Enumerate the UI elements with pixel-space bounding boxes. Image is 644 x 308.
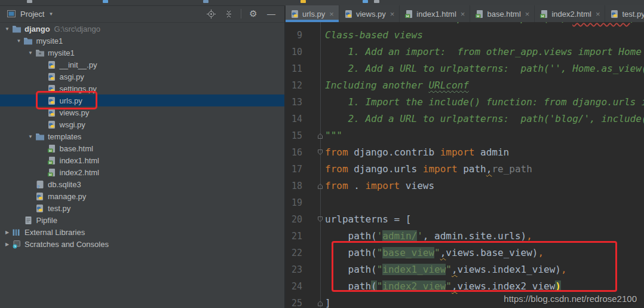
html-icon: H (47, 156, 57, 165)
tree-item-label: base.html (60, 144, 93, 153)
project-panel-title: Project (20, 10, 44, 19)
python-icon (35, 192, 45, 201)
gutter-fold-column (304, 261, 321, 278)
fold-marker-icon[interactable] (304, 178, 321, 194)
tree-item-index2-html[interactable]: Hindex2.html (0, 166, 284, 178)
gutter-fold-column (304, 44, 321, 60)
chevron-expanded-icon[interactable]: ▼ (26, 134, 35, 139)
tree-item-label: wsgi.py (60, 120, 85, 129)
fold-marker-icon[interactable] (304, 295, 321, 308)
code-text: from . import views (321, 178, 644, 194)
tree-item-external-libraries[interactable]: ▶External Libraries (0, 226, 284, 238)
line-number: 24 (286, 278, 304, 295)
tab-index1-html[interactable]: Hindex1.html× (400, 5, 470, 22)
hide-panel-icon[interactable]: — (265, 8, 277, 20)
python-icon (47, 120, 57, 129)
close-icon[interactable]: × (461, 10, 465, 18)
fold-marker-icon[interactable] (304, 127, 321, 144)
close-icon[interactable]: × (329, 10, 334, 18)
chevron-expanded-icon[interactable]: ▼ (3, 26, 11, 32)
line-number: 17 (286, 161, 304, 178)
toolbar-fragment-icon (203, 0, 208, 3)
chevron-expanded-icon[interactable]: ▼ (26, 50, 35, 56)
annotation-box-editor (332, 241, 617, 292)
tab-label: views.py (356, 10, 386, 19)
tab-label: base.html (487, 10, 520, 19)
tree-item-scratches-and-consoles[interactable]: ▶Scratches and Consoles (0, 238, 284, 250)
tree-item-wsgi-py[interactable]: wsgi.py (0, 118, 284, 130)
tree-item-label: mysite1 (48, 48, 75, 57)
settings-icon[interactable]: ⚙ (247, 8, 259, 20)
tree-item-index1-html[interactable]: Hindex1.html (0, 154, 284, 166)
fold-marker-icon[interactable] (304, 144, 321, 161)
python-icon (47, 60, 57, 69)
line-number: 21 (286, 228, 304, 245)
tree-item-init-py[interactable]: __init__.py (0, 59, 284, 71)
tree-item-templates[interactable]: ▼templates (0, 130, 284, 142)
line-number: 8 (286, 22, 304, 27)
line-number: 9 (286, 27, 304, 44)
tree-item-manage-py[interactable]: manage.py (0, 190, 284, 202)
line-number: 14 (286, 111, 304, 127)
line-number: 22 (286, 245, 304, 261)
svg-text:H: H (406, 14, 409, 18)
code-text: urlpatterns = [ (321, 211, 644, 228)
tree-item-mysite1[interactable]: ▼mysite1 (0, 47, 284, 59)
tree-item-mysite1[interactable]: ▼mysite1 (0, 35, 284, 47)
gutter-fold-column (304, 22, 321, 27)
close-icon[interactable]: × (390, 10, 395, 18)
code-line-9: 9Class-based views (286, 27, 644, 44)
code-line-18: 18from . import views (286, 178, 644, 194)
svg-text:H: H (49, 149, 51, 153)
collapse-all-icon[interactable] (223, 8, 235, 20)
gutter-fold-column (304, 194, 321, 211)
chevron-collapsed-icon[interactable]: ▶ (3, 242, 11, 247)
code-text: 1. Add an import: from other_app.views i… (321, 44, 644, 60)
close-icon[interactable]: × (525, 10, 530, 18)
tree-item-test-py[interactable]: test.py (0, 202, 284, 214)
tree-item-base-html[interactable]: Hbase.html (0, 142, 284, 154)
tree-item-asgi-py[interactable]: asgi.py (0, 71, 284, 83)
scratches-icon (11, 240, 22, 249)
folder-icon (11, 25, 22, 33)
svg-text:H: H (49, 161, 51, 164)
code-text (321, 194, 644, 211)
tab-views-py[interactable]: views.py× (339, 5, 400, 22)
project-tree[interactable]: ▼djangoG:\src\django▼mysite1▼mysite1__in… (0, 23, 284, 250)
tab-label: urls.py (302, 10, 325, 19)
tree-item-label: test.py (48, 204, 70, 213)
tab-base-html[interactable]: Hbase.html× (470, 5, 535, 22)
close-icon[interactable]: × (596, 10, 600, 18)
tree-item-db-sqlite3[interactable]: ?db.sqlite3 (0, 178, 284, 190)
gutter-fold-column (304, 161, 321, 178)
code-text: 2. Add a URL to urlpatterns: path('', vi… (321, 22, 644, 27)
folder-icon (35, 132, 45, 141)
code-line-15: 15""" (286, 127, 644, 144)
code-line-10: 10 1. Add an import: from other_app.view… (286, 44, 644, 60)
toolbar-fragment-icon (103, 0, 108, 3)
code-text: 2. Add a URL to urlpatterns: path('', Ho… (321, 60, 644, 77)
line-number: 20 (286, 211, 304, 228)
panel-editor-divider[interactable] (284, 5, 286, 308)
tab-urls-py[interactable]: urls.py× (286, 5, 339, 22)
html-icon: H (47, 144, 57, 153)
chevron-down-icon[interactable]: ▼ (48, 11, 53, 17)
folderpkg-icon (35, 48, 45, 57)
code-line-13: 13 1. Import the include() function: fro… (286, 94, 644, 111)
locate-icon[interactable] (205, 8, 217, 20)
chevron-collapsed-icon[interactable]: ▶ (3, 230, 11, 235)
pycharm-window: Project ▼ ⚙ — ▼djangoG:\src\django▼mysit… (0, 0, 644, 308)
gutter-fold-column (304, 245, 321, 261)
tree-item-django[interactable]: ▼djangoG:\src\django (0, 23, 284, 35)
tab-index2-html[interactable]: Hindex2.html× (535, 5, 605, 22)
code-text: 2. Add a URL to urlpatterns: path('blog/… (321, 111, 644, 127)
tree-item-pipfile[interactable]: Pipfile (0, 214, 284, 226)
html-icon: H (475, 10, 484, 19)
code-line-17: 17from django.urls import path,re_path (286, 161, 644, 178)
tab-test-py[interactable]: test.py× (605, 5, 644, 22)
fold-marker-icon[interactable] (304, 211, 321, 228)
toolbar-fragment-icon (300, 0, 306, 3)
libraries-icon (11, 228, 22, 237)
gutter-fold-column (304, 27, 321, 44)
chevron-expanded-icon[interactable]: ▼ (15, 38, 23, 44)
